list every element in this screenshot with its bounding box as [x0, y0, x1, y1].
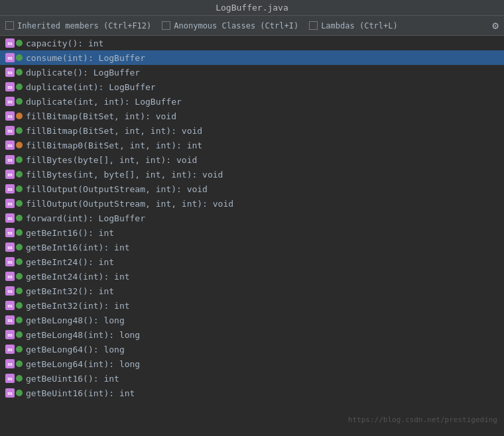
visibility-icon	[16, 186, 23, 192]
method-text: getBeInt24(): int	[26, 257, 114, 267]
list-item[interactable]: mgetBeUint16(): int	[0, 371, 504, 386]
method-text: getBeInt32(int): int	[26, 301, 130, 311]
window-title: LogBuffer.java	[216, 3, 288, 13]
method-text: fillOutput(OutputStream, int): void	[26, 184, 208, 194]
list-item[interactable]: mgetBeInt16(): int	[0, 225, 504, 240]
method-icon: m	[5, 38, 15, 48]
list-item[interactable]: mgetBeLong64(int): long	[0, 356, 504, 371]
method-icon: m	[5, 228, 15, 237]
method-icon: m	[5, 272, 15, 281]
list-item[interactable]: mgetBeLong48(int): long	[0, 327, 504, 342]
watermark: https://blog.csdn.net/prestigeding	[348, 415, 497, 424]
visibility-icon	[16, 40, 23, 46]
visibility-icon	[16, 375, 23, 382]
method-icon: m	[5, 388, 15, 398]
method-text: consume(int): LogBuffer	[26, 53, 145, 63]
method-icon: m	[5, 126, 15, 135]
method-text: fillBitmap0(BitSet, int, int): int	[26, 140, 202, 150]
visibility-icon	[16, 142, 23, 148]
visibility-icon	[16, 54, 23, 61]
lambdas-checkbox[interactable]	[309, 21, 318, 30]
visibility-icon	[16, 317, 23, 323]
visibility-icon	[16, 200, 23, 207]
list-item[interactable]: mfillBitmap0(BitSet, int, int): int	[0, 138, 504, 152]
method-icon: m	[5, 111, 15, 121]
visibility-icon	[16, 113, 23, 119]
list-item[interactable]: mfillOutput(OutputStream, int): void	[0, 182, 504, 196]
list-item[interactable]: mfillBitmap(BitSet, int, int): void	[0, 123, 504, 138]
method-icon: m	[5, 53, 15, 62]
inherited-checkbox[interactable]	[5, 21, 14, 30]
method-icon: m	[5, 97, 15, 106]
list-item[interactable]: mgetBeInt16(int): int	[0, 240, 504, 254]
visibility-icon	[16, 288, 23, 294]
list-item[interactable]: mduplicate(int): LogBuffer	[0, 80, 504, 94]
method-text: duplicate(int, int): LogBuffer	[26, 97, 182, 107]
visibility-icon	[16, 83, 23, 90]
lambdas-label: Lambdas (Ctrl+L)	[321, 21, 398, 30]
list-item[interactable]: mgetBeUint16(int): int	[0, 386, 504, 400]
list-item[interactable]: mgetBeInt24(int): int	[0, 269, 504, 284]
list-item[interactable]: mfillOutput(OutputStream, int, int): voi…	[0, 196, 504, 211]
lambdas-toggle[interactable]: Lambdas (Ctrl+L)	[309, 21, 398, 30]
method-icon: m	[5, 315, 15, 325]
method-text: fillBytes(byte[], int, int): void	[26, 155, 197, 165]
visibility-icon	[16, 273, 23, 280]
visibility-icon	[16, 229, 23, 236]
method-icon: m	[5, 213, 15, 223]
visibility-icon	[16, 390, 23, 396]
visibility-icon	[16, 98, 23, 105]
visibility-icon	[16, 127, 23, 134]
anonymous-checkbox[interactable]	[162, 21, 170, 30]
list-item[interactable]: mfillBitmap(BitSet, int): void	[0, 109, 504, 123]
method-text: fillOutput(OutputStream, int, int): void	[26, 199, 233, 209]
list-item[interactable]: mduplicate(int, int): LogBuffer	[0, 94, 504, 109]
method-icon: m	[5, 82, 15, 91]
visibility-icon	[16, 244, 23, 250]
method-icon: m	[5, 257, 15, 266]
method-text: capacity(): int	[26, 38, 103, 48]
visibility-icon	[16, 258, 23, 265]
anonymous-classes-toggle[interactable]: Anonymous Classes (Ctrl+I)	[162, 21, 298, 30]
method-icon: m	[5, 184, 15, 193]
method-icon: m	[5, 199, 15, 208]
visibility-icon	[16, 171, 23, 178]
method-icon: m	[5, 374, 15, 383]
method-icon: m	[5, 301, 15, 310]
gear-icon[interactable]: ⚙	[492, 19, 499, 32]
method-text: getBeLong48(int): long	[26, 330, 140, 340]
inherited-members-toggle[interactable]: Inherited members (Ctrl+F12)	[5, 21, 151, 30]
list-item[interactable]: mgetBeLong64(): long	[0, 342, 504, 356]
list-item[interactable]: mgetBeLong48(): long	[0, 313, 504, 327]
list-item[interactable]: mgetBeInt24(): int	[0, 254, 504, 269]
visibility-icon	[16, 302, 23, 309]
visibility-icon	[16, 156, 23, 163]
method-text: fillBytes(int, byte[], int, int): void	[26, 170, 223, 180]
method-icon: m	[5, 243, 15, 252]
method-text: getBeInt32(): int	[26, 286, 114, 296]
method-icon: m	[5, 286, 15, 296]
visibility-icon	[16, 69, 23, 76]
method-text: getBeLong48(): long	[26, 315, 125, 325]
list-item[interactable]: mgetBeInt32(): int	[0, 284, 504, 298]
method-text: getBeInt16(int): int	[26, 243, 130, 252]
list-item[interactable]: mfillBytes(int, byte[], int, int): void	[0, 167, 504, 182]
visibility-icon	[16, 331, 23, 338]
method-text: getBeInt16(): int	[26, 228, 114, 238]
anonymous-label: Anonymous Classes (Ctrl+I)	[174, 21, 298, 30]
method-text: fillBitmap(BitSet, int, int): void	[26, 126, 202, 136]
visibility-icon	[16, 360, 23, 367]
method-icon: m	[5, 330, 15, 339]
list-item[interactable]: mcapacity(): int	[0, 36, 504, 50]
method-text: getBeUint16(): int	[26, 374, 119, 384]
list-item[interactable]: mgetBeInt32(int): int	[0, 298, 504, 313]
method-list: mcapacity(): intmconsume(int): LogBuffer…	[0, 36, 504, 428]
list-item[interactable]: mduplicate(): LogBuffer	[0, 65, 504, 80]
list-item[interactable]: mfillBytes(byte[], int, int): void	[0, 152, 504, 167]
method-icon: m	[5, 155, 15, 164]
method-icon: m	[5, 345, 15, 354]
visibility-icon	[16, 346, 23, 353]
method-text: getBeLong64(int): long	[26, 359, 140, 369]
list-item[interactable]: mconsume(int): LogBuffer	[0, 50, 504, 65]
list-item[interactable]: mforward(int): LogBuffer	[0, 211, 504, 225]
